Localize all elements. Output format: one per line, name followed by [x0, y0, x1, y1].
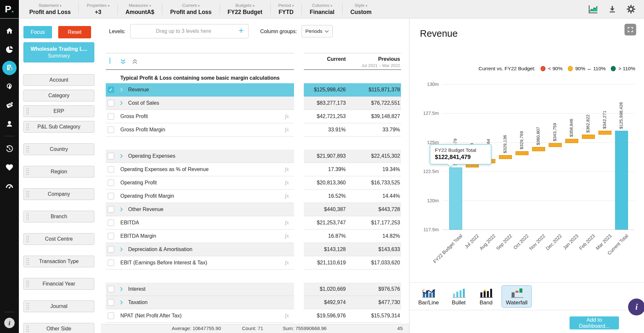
value-row-operating-expenses[interactable]: $21,907,893$22,415,302 — [304, 150, 401, 163]
sidebar-item-branch[interactable]: Branch — [23, 211, 94, 222]
sidebar-item-financial-year[interactable]: Financial Year — [23, 278, 94, 290]
column-header-previous[interactable]: Previous — [378, 56, 400, 62]
home-icon[interactable] — [0, 21, 19, 40]
drag-handle-icon[interactable] — [26, 191, 29, 198]
drag-handle-icon[interactable] — [26, 146, 29, 153]
add-level-button[interactable]: + — [236, 26, 248, 37]
table-row-other-revenue[interactable]: Other Revenue — [106, 203, 294, 216]
touch-icon[interactable] — [0, 77, 19, 96]
row-checkbox[interactable] — [108, 113, 114, 120]
waterfall-bar-sep-2022[interactable] — [499, 155, 512, 159]
expand-chevron-icon[interactable] — [120, 247, 127, 252]
sidebar-item-region[interactable]: Region — [23, 166, 94, 178]
value-row-other-revenue[interactable]: $440,387$443,728 — [304, 203, 401, 216]
reset-button[interactable]: Reset — [58, 26, 91, 38]
table-row-ebitda-margin[interactable]: EBITDA Marginfx — [106, 230, 294, 243]
value-row-operating-profit-margin[interactable]: 16.52%14.44% — [304, 190, 401, 203]
expand-all-icon[interactable] — [120, 59, 126, 64]
value-row-ebitda[interactable]: $21,253,747$17,177,253 — [304, 216, 401, 230]
value-row-gross-profit[interactable]: $42,721,253$39,148,827 — [304, 110, 401, 123]
table-row-revenue[interactable]: Revenue — [106, 83, 294, 97]
value-row-gross-profit-margin[interactable]: 33.91%33.79% — [304, 123, 401, 137]
drag-handle-icon[interactable] — [26, 108, 29, 115]
row-checkbox[interactable] — [108, 260, 114, 266]
fullscreen-icon[interactable] — [624, 24, 636, 35]
expand-chevron-icon[interactable] — [120, 207, 127, 212]
drag-handle-icon[interactable] — [26, 258, 29, 265]
table-row-operating-expenses-as-of-revenue[interactable]: Operating Expenses as % of Revenuefx — [106, 163, 294, 176]
value-row-ebitda-margin[interactable]: 16.87%14.82% — [304, 230, 401, 243]
value-row-ebit-earnings-before-interest-tax[interactable]: $21,110,619$17,033,620 — [304, 256, 401, 270]
drag-handle-icon[interactable] — [26, 303, 29, 310]
column-groups-select[interactable]: Periods — [302, 25, 333, 37]
sidebar-item-transaction-type[interactable]: Transaction Type — [23, 256, 94, 267]
row-checkbox[interactable] — [108, 246, 114, 253]
row-checkbox[interactable] — [108, 153, 114, 159]
value-row-taxation[interactable]: $492,974$477,730 — [304, 296, 401, 309]
menu-columns[interactable]: Columns ▾Financial — [302, 3, 342, 16]
menu-style[interactable]: Style ▾Custom — [342, 3, 379, 16]
percent-tag-icon[interactable]: % — [0, 96, 19, 114]
drag-handle-icon[interactable] — [26, 280, 29, 288]
table-row-gross-profit-margin[interactable]: Gross Profit Marginfx — [106, 123, 294, 137]
drag-handle-icon[interactable] — [26, 168, 29, 176]
expand-chevron-icon[interactable] — [120, 287, 127, 291]
table-row-taxation[interactable]: Taxation — [106, 296, 294, 309]
pie-chart-icon[interactable] — [0, 40, 19, 59]
column-header-current[interactable]: Current — [327, 56, 346, 62]
table-row-depreciation-amortisation[interactable]: Depreciation & Amortisation — [106, 243, 294, 256]
row-checkbox[interactable] — [108, 299, 114, 306]
table-row-ebitda[interactable]: EBITDAfx — [106, 216, 294, 230]
table-row-operating-profit-margin[interactable]: Operating Profit Marginfx — [106, 190, 294, 203]
sidebar-item-other-side[interactable]: Other Side — [23, 323, 94, 333]
row-checkbox[interactable] — [108, 193, 114, 199]
waterfall-bar-dec-2022[interactable] — [549, 143, 562, 147]
expand-chevron-icon[interactable] — [120, 154, 127, 158]
sidebar-item-p-l-sub-category[interactable]: P&L Sub Category — [23, 121, 94, 133]
sidebar-item-account[interactable]: Account — [23, 74, 94, 86]
sidebar-item-journal[interactable]: Journal — [23, 300, 94, 312]
sidebar-item-cost-centre[interactable]: Cost Centre — [23, 233, 94, 245]
settings-gear-icon[interactable] — [626, 4, 636, 14]
menu-period[interactable]: Period ▾FYTD — [271, 3, 302, 16]
expand-chevron-icon[interactable] — [120, 87, 127, 92]
table-row-operating-profit[interactable]: Operating Profitfx — [106, 176, 294, 190]
download-icon[interactable] — [607, 4, 617, 14]
user-icon[interactable] — [0, 114, 19, 133]
waterfall-bar-jan-2023[interactable] — [565, 139, 578, 143]
row-checkbox[interactable] — [108, 233, 114, 239]
financial-statement-icon[interactable]: $ — [0, 59, 19, 77]
chart-type-waterfall[interactable]: Waterfall — [502, 285, 531, 308]
menu-current[interactable]: Current ▾Profit and Loss — [162, 3, 219, 16]
table-row-gross-profit[interactable]: Gross Profitfx — [106, 110, 294, 123]
collapse-all-icon[interactable] — [132, 59, 138, 64]
row-checkbox[interactable] — [108, 180, 114, 186]
chart-type-bar-line[interactable]: Bar/Line — [414, 285, 443, 308]
chart-type-band[interactable]: Band — [474, 285, 498, 308]
value-row-operating-expenses-as-of-revenue[interactable]: 17.39%19.34% — [304, 163, 401, 176]
waterfall-bar-fy22-budget-total[interactable] — [449, 167, 462, 230]
sidebar-item-country[interactable]: Country — [23, 143, 94, 155]
table-row-operating-expenses[interactable]: Operating Expenses — [106, 150, 294, 163]
value-row-interest[interactable]: $1,020,669$976,576 — [304, 283, 401, 296]
sidebar-item-erp[interactable]: ERP — [23, 105, 94, 117]
history-icon[interactable] — [0, 140, 19, 158]
help-info-icon[interactable]: i — [628, 299, 644, 315]
value-row-revenue[interactable]: $125,998,426$115,871,378 — [304, 83, 401, 97]
expand-chevron-icon[interactable] — [120, 300, 127, 305]
waterfall-bar-feb-2023[interactable] — [582, 135, 595, 139]
drag-handle-icon[interactable] — [26, 325, 29, 333]
info-icon[interactable]: i — [4, 317, 15, 328]
select-all-checkbox[interactable] — [110, 58, 110, 64]
drag-handle-icon[interactable] — [26, 213, 29, 220]
add-to-dashboard-button[interactable]: Add to Dashboard... — [570, 316, 619, 329]
expand-chevron-icon[interactable] — [120, 101, 127, 105]
value-row-npat-net-profit-after-tax[interactable]: $19,596,976$15,579,314 — [304, 309, 401, 323]
menu-budgets[interactable]: Budgets ▾FY22 Budget — [220, 3, 270, 16]
menu-statement[interactable]: Statement ▾Profit and Loss — [21, 3, 78, 16]
row-checkbox[interactable] — [108, 166, 114, 173]
drag-handle-icon[interactable] — [26, 123, 29, 131]
waterfall-bar-current-total[interactable] — [615, 131, 628, 230]
row-checkbox[interactable] — [108, 100, 114, 106]
chart-type-bullet[interactable]: Bullet — [447, 285, 470, 308]
